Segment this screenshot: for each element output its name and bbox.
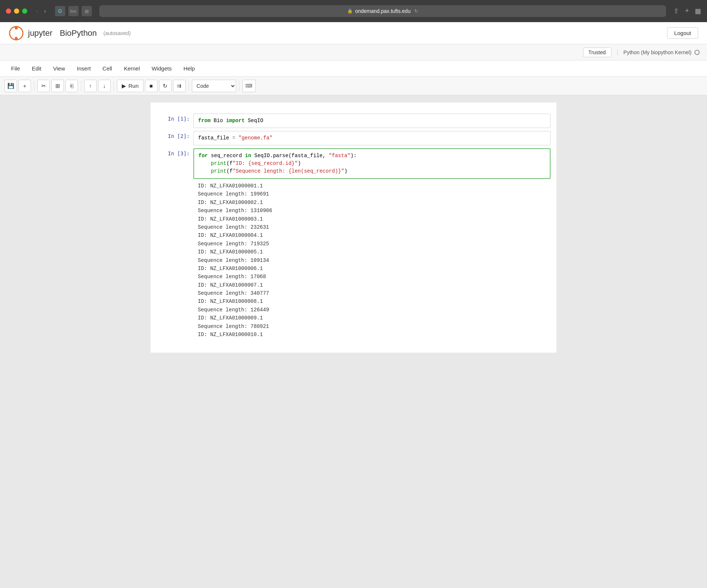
interrupt-button[interactable]: ■ (145, 80, 158, 92)
cut-cell-button[interactable]: ✂ (37, 80, 50, 92)
browser-right-actions: ⇧ + ▦ (673, 7, 701, 15)
svg-point-1 (15, 27, 18, 30)
menu-file[interactable]: File (6, 63, 25, 74)
close-window-button[interactable] (6, 8, 11, 14)
output-line-14: Sequence length: 340777 (198, 289, 546, 297)
code-line-3: print(f"Sequence length: {len(seq_record… (199, 167, 545, 175)
cell-3-output: ID: NZ_LFXA01000001.1 Sequence length: 1… (193, 179, 551, 342)
output-line-15: ID: NZ_LFXA01000008.1 (198, 297, 546, 305)
notebook-title: BioPython (60, 28, 97, 38)
notebook-inner: In [1]: from Bio import SeqIO In [2]: fa… (151, 103, 556, 353)
copy-cell-button[interactable]: ⊞ (51, 80, 64, 92)
kernel-name: Python (My biopython Kernel) (624, 49, 692, 55)
var-fasta-file: fasta_file (198, 135, 229, 141)
menu-insert[interactable]: Insert (72, 63, 96, 74)
jupyter-header: jupyter BioPython (autosaved) Logout (0, 22, 707, 44)
output-line-4: Sequence length: 1310906 (198, 207, 546, 215)
menu-kernel[interactable]: Kernel (119, 63, 145, 74)
output-line-2: Sequence length: 199691 (198, 190, 546, 198)
lock-icon: 🔒 (347, 8, 353, 14)
url-text: ondemand.pax.tufts.edu (355, 8, 410, 14)
jupyter-brand: jupyter BioPython (autosaved) (9, 26, 131, 41)
code-line-2: print(f"ID: {seq_record.id}") (199, 160, 545, 167)
reload-icon[interactable]: ↻ (414, 8, 418, 14)
share-icon[interactable]: ⇧ (673, 7, 679, 15)
trusted-button[interactable]: Trusted (583, 48, 611, 57)
browser-navigation: ‹ › (35, 6, 48, 16)
logout-button[interactable]: Logout (667, 27, 698, 39)
output-line-11: ID: NZ_LFXA01000006.1 (198, 264, 546, 273)
browser-extension-2[interactable]: box (68, 6, 79, 16)
back-button[interactable]: ‹ (35, 6, 39, 16)
menu-cell[interactable]: Cell (97, 63, 117, 74)
minimize-window-button[interactable] (14, 8, 19, 14)
restart-button[interactable]: ↻ (159, 80, 172, 92)
move-cell-up-button[interactable]: ↑ (84, 80, 97, 92)
toolbar-separator-4 (189, 81, 189, 91)
address-bar[interactable]: 🔒 ondemand.pax.tufts.edu ↻ (99, 5, 666, 17)
equals-op: = (232, 135, 235, 141)
jupyter-logo (9, 26, 24, 41)
module-bio: Bio (214, 118, 223, 124)
toolbar-separator-1 (34, 81, 34, 91)
run-label: Run (128, 83, 139, 89)
cell-2-code[interactable]: fasta_file = "genome.fa" (193, 131, 551, 145)
output-line-1: ID: NZ_LFXA01000001.1 (198, 182, 546, 190)
menu-help[interactable]: Help (178, 63, 200, 74)
tab-overview-icon[interactable]: ▦ (695, 7, 701, 15)
paste-cell-button[interactable]: ⎗ (65, 80, 78, 92)
toolbar-separator-5 (239, 81, 239, 91)
module-seqio: SeqIO (248, 118, 263, 124)
jupyter-wordmark: jupyter (28, 28, 52, 38)
add-cell-button[interactable]: + (18, 80, 31, 92)
output-line-19: ID: NZ_LFXA01000010.1 (198, 331, 546, 339)
cell-type-dropdown[interactable]: Code (192, 80, 236, 92)
code-line-1: for seq_record in SeqIO.parse(fasta_file… (199, 152, 545, 160)
output-line-7: ID: NZ_LFXA01000004.1 (198, 231, 546, 239)
output-line-10: Sequence length: 109134 (198, 256, 546, 264)
keyword-import: import (226, 118, 245, 124)
cell-1-input-row: In [1]: from Bio import SeqIO (156, 114, 551, 128)
cell-2: In [2]: fasta_file = "genome.fa" (151, 130, 556, 146)
menu-bar: File Edit View Insert Cell Kernel Widget… (0, 60, 707, 77)
autosaved-label: (autosaved) (103, 30, 131, 36)
toolbar-separator-2 (81, 81, 81, 91)
keyboard-shortcuts-button[interactable]: ⌨ (242, 80, 256, 92)
save-button[interactable]: 💾 (4, 80, 17, 92)
output-line-12: Sequence length: 17068 (198, 273, 546, 281)
kernel-info: Python (My biopython Kernel) (617, 49, 700, 55)
trusted-bar: Trusted Python (My biopython Kernel) (0, 44, 707, 60)
cell-1-code[interactable]: from Bio import SeqIO (193, 114, 551, 128)
browser-extension-3[interactable]: ▤ (82, 6, 92, 16)
cell-3-prompt: In [3]: (156, 148, 193, 156)
browser-extension-1[interactable]: G (55, 6, 65, 16)
move-cell-down-button[interactable]: ↓ (98, 80, 111, 92)
traffic-lights (6, 8, 27, 14)
maximize-window-button[interactable] (22, 8, 27, 14)
browser-chrome: ‹ › G box ▤ 🔒 ondemand.pax.tufts.edu ↻ ⇧… (0, 0, 707, 22)
run-button[interactable]: ▶ Run (117, 80, 144, 92)
cell-1: In [1]: from Bio import SeqIO (151, 113, 556, 129)
output-line-17: ID: NZ_LFXA01000009.1 (198, 314, 546, 322)
cell-2-input-row: In [2]: fasta_file = "genome.fa" (156, 131, 551, 145)
output-line-18: Sequence length: 780921 (198, 322, 546, 331)
menu-widgets[interactable]: Widgets (146, 63, 177, 74)
output-line-5: ID: NZ_LFXA01000003.1 (198, 215, 546, 223)
new-tab-icon[interactable]: + (685, 7, 689, 15)
svg-point-2 (15, 37, 18, 40)
cell-3: In [3]: for seq_record in SeqIO.parse(fa… (151, 148, 556, 342)
restart-run-all-button[interactable]: ⇉ (173, 80, 186, 92)
output-line-6: Sequence length: 232631 (198, 223, 546, 231)
kernel-status-circle (694, 50, 700, 55)
cell-3-input-row: In [3]: for seq_record in SeqIO.parse(fa… (156, 148, 551, 179)
cell-3-code[interactable]: for seq_record in SeqIO.parse(fasta_file… (193, 148, 551, 179)
cell-2-prompt: In [2]: (156, 131, 193, 139)
toolbar-separator-3 (114, 81, 114, 91)
run-icon: ▶ (122, 83, 126, 89)
menu-edit[interactable]: Edit (27, 63, 46, 74)
menu-view[interactable]: View (48, 63, 70, 74)
str-genome-fa: "genome.fa" (238, 135, 272, 141)
keyword-from: from (198, 118, 211, 124)
forward-button[interactable]: › (42, 6, 47, 16)
output-line-8: Sequence length: 719325 (198, 240, 546, 248)
